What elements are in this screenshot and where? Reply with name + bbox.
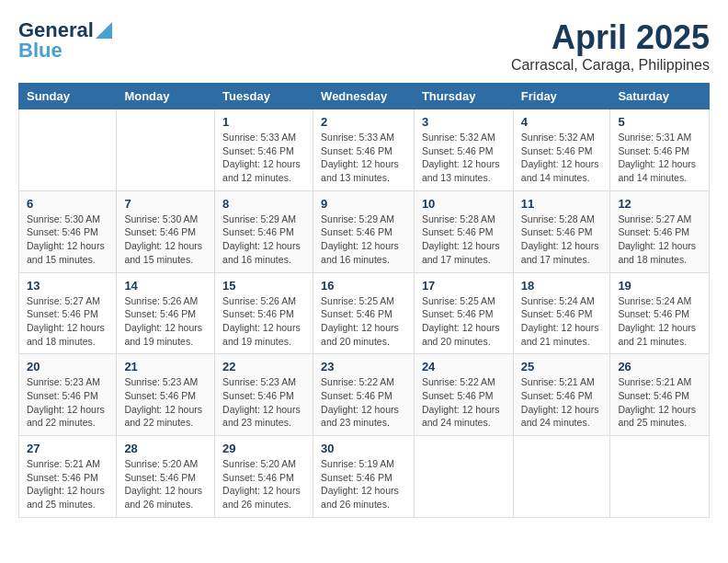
calendar-cell: 23Sunrise: 5:22 AM Sunset: 5:46 PM Dayli… [313,354,415,436]
day-info: Sunrise: 5:24 AM Sunset: 5:46 PM Dayligh… [521,294,603,349]
calendar-cell: 8Sunrise: 5:29 AM Sunset: 5:46 PM Daylig… [215,190,313,272]
calendar-week-row-3: 20Sunrise: 5:23 AM Sunset: 5:46 PM Dayli… [19,354,710,436]
calendar-cell: 2Sunrise: 5:33 AM Sunset: 5:46 PM Daylig… [313,109,415,191]
day-number: 13 [27,279,108,293]
header-tuesday: Tuesday [215,84,313,109]
calendar-cell: 28Sunrise: 5:20 AM Sunset: 5:46 PM Dayli… [117,436,215,518]
calendar-cell: 6Sunrise: 5:30 AM Sunset: 5:46 PM Daylig… [19,190,117,272]
month-title: April 2025 [511,18,710,57]
header-sunday: Sunday [19,84,117,109]
day-info: Sunrise: 5:21 AM Sunset: 5:46 PM Dayligh… [618,375,701,430]
calendar-cell [19,109,117,191]
day-info: Sunrise: 5:22 AM Sunset: 5:46 PM Dayligh… [321,375,406,430]
day-info: Sunrise: 5:32 AM Sunset: 5:46 PM Dayligh… [521,131,603,185]
day-info: Sunrise: 5:21 AM Sunset: 5:46 PM Dayligh… [27,457,108,511]
day-info: Sunrise: 5:28 AM Sunset: 5:46 PM Dayligh… [422,213,506,267]
day-info: Sunrise: 5:29 AM Sunset: 5:46 PM Dayligh… [321,213,406,267]
day-number: 29 [222,442,305,455]
calendar-cell: 10Sunrise: 5:28 AM Sunset: 5:46 PM Dayli… [414,190,513,272]
day-number: 21 [124,360,207,373]
weekday-header-row: Sunday Monday Tuesday Wednesday Thursday… [19,84,710,109]
day-number: 25 [521,360,603,373]
day-info: Sunrise: 5:26 AM Sunset: 5:46 PM Dayligh… [124,294,207,349]
day-info: Sunrise: 5:33 AM Sunset: 5:46 PM Dayligh… [321,131,406,185]
calendar-cell: 5Sunrise: 5:31 AM Sunset: 5:46 PM Daylig… [610,109,710,191]
day-info: Sunrise: 5:23 AM Sunset: 5:46 PM Dayligh… [124,375,207,430]
day-number: 30 [321,442,406,455]
header-saturday: Saturday [610,84,710,109]
day-info: Sunrise: 5:27 AM Sunset: 5:46 PM Dayligh… [27,294,108,349]
svg-marker-0 [96,22,112,39]
calendar-cell: 9Sunrise: 5:29 AM Sunset: 5:46 PM Daylig… [313,190,415,272]
day-number: 10 [422,197,506,211]
header-wednesday: Wednesday [313,84,415,109]
calendar-week-row-0: 1Sunrise: 5:33 AM Sunset: 5:46 PM Daylig… [19,109,710,191]
logo: General Blue [18,18,112,63]
calendar-cell: 17Sunrise: 5:25 AM Sunset: 5:46 PM Dayli… [414,272,513,354]
calendar-cell: 7Sunrise: 5:30 AM Sunset: 5:46 PM Daylig… [117,190,215,272]
calendar-cell: 14Sunrise: 5:26 AM Sunset: 5:46 PM Dayli… [117,272,215,354]
day-number: 8 [222,197,305,211]
day-info: Sunrise: 5:26 AM Sunset: 5:46 PM Dayligh… [222,294,305,349]
calendar-cell: 30Sunrise: 5:19 AM Sunset: 5:46 PM Dayli… [313,436,415,518]
day-number: 15 [222,279,305,293]
day-info: Sunrise: 5:22 AM Sunset: 5:46 PM Dayligh… [422,375,506,430]
day-number: 16 [321,279,406,293]
day-number: 14 [124,279,207,293]
day-number: 11 [521,197,603,211]
calendar-cell: 18Sunrise: 5:24 AM Sunset: 5:46 PM Dayli… [513,272,610,354]
day-info: Sunrise: 5:20 AM Sunset: 5:46 PM Dayligh… [222,457,305,511]
day-number: 28 [124,442,207,455]
calendar-cell: 15Sunrise: 5:26 AM Sunset: 5:46 PM Dayli… [215,272,313,354]
day-info: Sunrise: 5:28 AM Sunset: 5:46 PM Dayligh… [521,213,603,267]
calendar-cell: 26Sunrise: 5:21 AM Sunset: 5:46 PM Dayli… [610,354,710,436]
calendar-table: Sunday Monday Tuesday Wednesday Thursday… [18,83,710,518]
day-number: 9 [321,197,406,211]
calendar-cell [610,436,710,518]
calendar-cell: 21Sunrise: 5:23 AM Sunset: 5:46 PM Dayli… [117,354,215,436]
day-number: 6 [27,197,108,211]
day-number: 19 [618,279,701,293]
calendar-cell: 22Sunrise: 5:23 AM Sunset: 5:46 PM Dayli… [215,354,313,436]
day-info: Sunrise: 5:27 AM Sunset: 5:46 PM Dayligh… [618,213,701,267]
title-section: April 2025 Carrascal, Caraga, Philippine… [511,18,710,74]
header-thursday: Thursday [414,84,513,109]
day-info: Sunrise: 5:25 AM Sunset: 5:46 PM Dayligh… [422,294,506,349]
calendar-week-row-2: 13Sunrise: 5:27 AM Sunset: 5:46 PM Dayli… [19,272,710,354]
day-number: 17 [422,279,506,293]
header-friday: Friday [513,84,610,109]
day-number: 7 [124,197,207,211]
calendar-cell: 16Sunrise: 5:25 AM Sunset: 5:46 PM Dayli… [313,272,415,354]
day-number: 20 [27,360,108,373]
day-number: 1 [222,115,305,129]
calendar-cell [513,436,610,518]
day-number: 27 [27,442,108,455]
day-info: Sunrise: 5:21 AM Sunset: 5:46 PM Dayligh… [521,375,603,430]
logo-blue: Blue [18,39,63,63]
calendar-cell: 1Sunrise: 5:33 AM Sunset: 5:46 PM Daylig… [215,109,313,191]
calendar-cell: 11Sunrise: 5:28 AM Sunset: 5:46 PM Dayli… [513,190,610,272]
calendar-cell: 20Sunrise: 5:23 AM Sunset: 5:46 PM Dayli… [19,354,117,436]
calendar-cell [414,436,513,518]
day-info: Sunrise: 5:32 AM Sunset: 5:46 PM Dayligh… [422,131,506,185]
day-info: Sunrise: 5:33 AM Sunset: 5:46 PM Dayligh… [222,131,305,185]
calendar-cell: 13Sunrise: 5:27 AM Sunset: 5:46 PM Dayli… [19,272,117,354]
day-info: Sunrise: 5:29 AM Sunset: 5:46 PM Dayligh… [222,213,305,267]
calendar-cell: 4Sunrise: 5:32 AM Sunset: 5:46 PM Daylig… [513,109,610,191]
calendar-cell: 3Sunrise: 5:32 AM Sunset: 5:46 PM Daylig… [414,109,513,191]
day-info: Sunrise: 5:24 AM Sunset: 5:46 PM Dayligh… [618,294,701,349]
calendar-week-row-1: 6Sunrise: 5:30 AM Sunset: 5:46 PM Daylig… [19,190,710,272]
calendar-cell: 27Sunrise: 5:21 AM Sunset: 5:46 PM Dayli… [19,436,117,518]
day-number: 4 [521,115,603,129]
day-info: Sunrise: 5:23 AM Sunset: 5:46 PM Dayligh… [27,375,108,430]
day-number: 23 [321,360,406,373]
day-number: 12 [618,197,701,211]
day-number: 18 [521,279,603,293]
day-number: 24 [422,360,506,373]
day-info: Sunrise: 5:30 AM Sunset: 5:46 PM Dayligh… [27,213,108,267]
calendar-cell: 12Sunrise: 5:27 AM Sunset: 5:46 PM Dayli… [610,190,710,272]
day-info: Sunrise: 5:20 AM Sunset: 5:46 PM Dayligh… [124,457,207,511]
calendar-cell: 25Sunrise: 5:21 AM Sunset: 5:46 PM Dayli… [513,354,610,436]
day-info: Sunrise: 5:25 AM Sunset: 5:46 PM Dayligh… [321,294,406,349]
calendar-cell: 19Sunrise: 5:24 AM Sunset: 5:46 PM Dayli… [610,272,710,354]
